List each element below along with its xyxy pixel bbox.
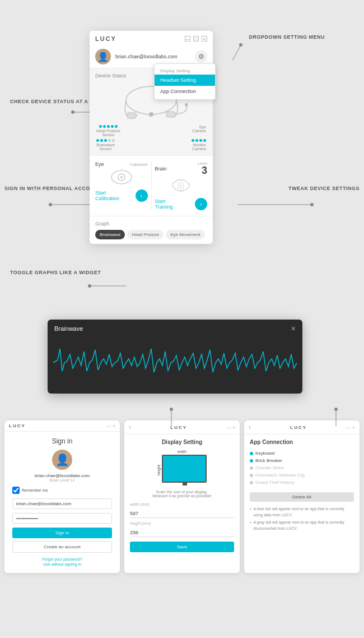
- tab-head-posture[interactable]: Head Posture: [127, 230, 164, 239]
- start-training-button[interactable]: ›: [195, 198, 207, 210]
- calib-divider: [151, 161, 152, 210]
- main-lucy-window: LUCY — □ × 👤 brian.chae@looxidlabs.com ⚙…: [90, 31, 213, 244]
- signin-minimize: —: [106, 423, 111, 428]
- dot2: [103, 125, 106, 128]
- svg-point-5: [88, 284, 91, 288]
- start-calibration-button[interactable]: ›: [136, 189, 148, 202]
- display-back-button[interactable]: ‹: [129, 423, 131, 431]
- svg-point-13: [334, 408, 338, 411]
- signin-avatar: 👤: [52, 450, 72, 470]
- titlebar-controls: — □ ×: [185, 36, 207, 41]
- tab-brainwave[interactable]: Brainwave: [95, 230, 125, 239]
- appconn-title: App Connection: [250, 439, 354, 445]
- appconn-titlebar: ‹ LUCY — ×: [244, 420, 360, 434]
- app-counter-strike: Counter Strike: [255, 465, 284, 470]
- brainwave-label: BrainwaveSensor: [96, 143, 115, 151]
- monitor-dots: [192, 139, 206, 142]
- eye-camera-label: EyeCamera: [192, 125, 206, 133]
- list-item: Counter Strike: [250, 464, 354, 471]
- create-account-button[interactable]: Create an account: [12, 541, 112, 553]
- height-input[interactable]: [130, 529, 234, 537]
- tab-eye-movement[interactable]: Eye Movement: [166, 230, 204, 239]
- dropdown-app-connection[interactable]: App Connection: [155, 86, 215, 97]
- height-label: height (mm): [130, 521, 234, 525]
- brainwave-chart: [53, 338, 297, 388]
- appconn-logo: LUCY: [290, 425, 307, 430]
- avatar-image: 👤: [97, 52, 109, 62]
- bdot1: [96, 139, 99, 142]
- brain-header: Brain Level 3: [155, 161, 208, 175]
- monitor-row: height: [157, 455, 207, 486]
- display-save-button[interactable]: Save: [130, 542, 234, 552]
- svg-line-8: [232, 45, 241, 61]
- svg-point-17: [185, 103, 188, 107]
- signin-level: Brain Level 14: [12, 478, 112, 482]
- mdot1: [192, 139, 194, 142]
- email-input[interactable]: [12, 498, 112, 509]
- dropdown-menu: Display Setting Headset Setting App Conn…: [154, 63, 216, 100]
- brainwave-close-button[interactable]: ×: [291, 324, 296, 333]
- calibration-row: Eye Calibrated StartCalibration ›: [95, 161, 207, 210]
- width-annotation: width: [178, 450, 186, 454]
- list-item: Grand Theft History: [250, 479, 354, 486]
- dropdown-headset-setting[interactable]: Headset Setting: [155, 75, 215, 86]
- password-input[interactable]: [12, 513, 112, 524]
- appconn-close: ×: [352, 425, 355, 430]
- display-minimize: —: [226, 425, 231, 430]
- brainwave-dots: [96, 139, 115, 142]
- svg-rect-15: [127, 113, 136, 118]
- width-input[interactable]: [130, 510, 234, 518]
- remember-checkbox[interactable]: [12, 487, 20, 494]
- signin-remember: Remember me: [12, 487, 112, 494]
- head-posture-dots: [96, 125, 120, 128]
- eye-action: StartCalibration ›: [95, 189, 148, 202]
- list-item: Overwatch: Midtown City: [250, 471, 354, 479]
- use-without-link[interactable]: Use without signing in: [12, 562, 112, 566]
- maximize-button[interactable]: □: [193, 36, 199, 41]
- toggle-graphs-annotation: TOGGLE GRAPHS LIKE A WIDGET: [10, 269, 101, 276]
- user-email: brian.chae@looxidlabs.com: [115, 54, 190, 59]
- signin-content: Sign in 👤 brian.chae@looxidlabs.com Brai…: [4, 432, 120, 573]
- note-blue-text: A blue dot will appear next to an app th…: [253, 506, 354, 518]
- start-calibration-text: StartCalibration: [95, 190, 136, 201]
- head-posture-sensor: Head PostureSensor: [96, 125, 120, 137]
- dot1: [99, 125, 102, 128]
- display-screen: [162, 455, 207, 483]
- display-titlebar: ‹ LUCY — ×: [124, 420, 240, 434]
- svg-point-11: [170, 408, 173, 411]
- note-blue: • A blue dot will appear next to an app …: [250, 506, 354, 518]
- display-description: Enter the size of your display.Measure i…: [130, 490, 234, 498]
- minimize-button[interactable]: —: [185, 36, 190, 41]
- appconn-controls: — ×: [346, 425, 355, 430]
- display-close: ×: [232, 425, 235, 430]
- disconnected-dot-ow: [250, 474, 253, 477]
- display-logo: LUCY: [170, 425, 187, 430]
- signin-title: Sign in: [12, 437, 112, 445]
- brain-action: StartTraining ›: [155, 198, 208, 210]
- sign-in-button[interactable]: Sign in: [12, 528, 112, 538]
- monitor-preview: width height: [157, 450, 207, 486]
- appconn-back-button[interactable]: ‹: [249, 423, 251, 431]
- dropdown-label: Display Setting: [155, 66, 215, 75]
- eye-camera-sensor: EyeCamera: [192, 125, 206, 137]
- close-button[interactable]: ×: [202, 36, 207, 41]
- svg-point-18: [149, 112, 153, 117]
- note-bullet-blue: •: [250, 506, 251, 512]
- avatar: 👤: [95, 49, 111, 64]
- disconnected-dot-cs: [250, 466, 253, 470]
- brainwave-window: Brainwave ×: [48, 320, 302, 394]
- display-controls: — ×: [226, 425, 235, 430]
- app-brick-breaker: Brick Breaker: [255, 458, 282, 463]
- app-keyboard: Keyboard: [255, 451, 274, 456]
- app-gta: Grand Theft History: [255, 480, 295, 485]
- eye-calibration-card: Eye Calibrated StartCalibration ›: [95, 161, 148, 210]
- brainwave-titlebar: Brainwave ×: [48, 320, 302, 338]
- forgot-password-link[interactable]: Forgot your password?: [12, 557, 112, 561]
- delete-all-button[interactable]: Delete All: [250, 492, 354, 502]
- sign-in-annotation: SIGN IN WITH PERSONAL ACCOUNT: [4, 185, 101, 192]
- dropdown-annotation: DROPDOWN SETTING MENU: [249, 34, 325, 41]
- signin-logo: LUCY: [9, 423, 26, 428]
- mdot4: [203, 139, 206, 142]
- signin-titlebar: LUCY — ×: [4, 420, 120, 432]
- settings-gear-button[interactable]: ⚙: [195, 50, 207, 63]
